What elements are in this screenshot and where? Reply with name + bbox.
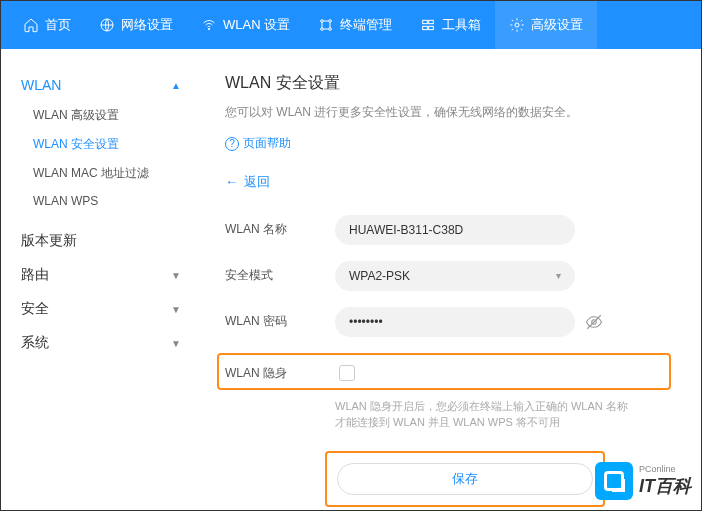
watermark-icon [595, 462, 633, 500]
question-icon: ? [225, 137, 239, 151]
sidebar-item-wlan-wps[interactable]: WLAN WPS [21, 188, 201, 214]
chevron-down-icon: ▼ [171, 304, 181, 315]
sidebar-item-wlan-advanced[interactable]: WLAN 高级设置 [21, 101, 201, 130]
wifi-icon [201, 17, 217, 33]
nav-label: 首页 [45, 16, 71, 34]
back-link[interactable]: ← 返回 [225, 173, 270, 191]
sidebar-group-label: WLAN [21, 77, 61, 93]
home-icon [23, 17, 39, 33]
chevron-down-icon: ▼ [171, 270, 181, 281]
nav-wlan[interactable]: WLAN 设置 [187, 1, 304, 49]
arrow-left-icon: ← [225, 174, 238, 189]
gear-icon [509, 17, 525, 33]
wlan-hide-hint: WLAN 隐身开启后，您必须在终端上输入正确的 WLAN 名称才能连接到 WLA… [335, 398, 635, 431]
top-navigation: 首页 网络设置 WLAN 设置 终端管理 工具箱 高级设置 [1, 1, 701, 49]
svg-point-2 [321, 20, 324, 23]
wlan-hide-checkbox[interactable] [339, 365, 355, 381]
page-description: 您可以对 WLAN 进行更多安全性设置，确保无线网络的数据安全。 [225, 104, 671, 121]
eye-off-icon[interactable] [585, 313, 603, 335]
sidebar-group-update[interactable]: 版本更新 [21, 224, 201, 258]
nav-home[interactable]: 首页 [9, 1, 85, 49]
nav-label: 高级设置 [531, 16, 583, 34]
svg-point-5 [329, 28, 332, 31]
save-highlight: 保存 [325, 451, 605, 507]
main-content: WLAN 安全设置 您可以对 WLAN 进行更多安全性设置，确保无线网络的数据安… [201, 49, 701, 510]
svg-rect-7 [429, 20, 434, 23]
chevron-up-icon: ▲ [171, 80, 181, 91]
security-mode-value: WPA2-PSK [349, 269, 410, 283]
wlan-name-input[interactable] [335, 215, 575, 245]
sidebar-group-label: 版本更新 [21, 232, 77, 250]
sidebar-group-routing[interactable]: 路由 ▼ [21, 258, 201, 292]
svg-rect-8 [423, 26, 428, 29]
toolbox-icon [420, 17, 436, 33]
help-link[interactable]: ? 页面帮助 [225, 135, 291, 152]
svg-rect-9 [429, 26, 434, 29]
svg-point-10 [515, 23, 519, 27]
nav-advanced[interactable]: 高级设置 [495, 1, 597, 49]
wlan-hide-highlight: WLAN 隐身 [217, 353, 671, 390]
wlan-password-input[interactable] [335, 307, 575, 337]
nav-label: 工具箱 [442, 16, 481, 34]
globe-icon [99, 17, 115, 33]
chevron-down-icon: ▾ [556, 270, 561, 281]
back-link-label: 返回 [244, 173, 270, 191]
watermark: PConline IT百科 [595, 462, 691, 500]
watermark-sub: PConline [639, 464, 691, 474]
svg-rect-6 [423, 20, 428, 23]
sidebar-item-wlan-mac[interactable]: WLAN MAC 地址过滤 [21, 159, 201, 188]
watermark-main: IT百科 [639, 476, 691, 496]
sidebar-group-wlan[interactable]: WLAN ▲ [21, 69, 201, 101]
sidebar-item-wlan-security[interactable]: WLAN 安全设置 [21, 130, 201, 159]
wlan-hide-label: WLAN 隐身 [225, 365, 335, 382]
page-title: WLAN 安全设置 [225, 73, 671, 94]
sidebar-group-label: 安全 [21, 300, 49, 318]
security-mode-select[interactable]: WPA2-PSK ▾ [335, 261, 575, 291]
svg-point-4 [321, 28, 324, 31]
sidebar-group-system[interactable]: 系统 ▼ [21, 326, 201, 360]
svg-point-3 [329, 20, 332, 23]
save-button[interactable]: 保存 [337, 463, 593, 495]
devices-icon [318, 17, 334, 33]
svg-point-1 [208, 28, 209, 29]
nav-network[interactable]: 网络设置 [85, 1, 187, 49]
nav-label: 终端管理 [340, 16, 392, 34]
nav-label: WLAN 设置 [223, 16, 290, 34]
nav-label: 网络设置 [121, 16, 173, 34]
help-link-label: 页面帮助 [243, 135, 291, 152]
sidebar-group-security[interactable]: 安全 ▼ [21, 292, 201, 326]
nav-toolbox[interactable]: 工具箱 [406, 1, 495, 49]
wlan-password-label: WLAN 密码 [225, 313, 335, 330]
sidebar-group-label: 路由 [21, 266, 49, 284]
wlan-name-label: WLAN 名称 [225, 221, 335, 238]
security-mode-label: 安全模式 [225, 267, 335, 284]
sidebar-group-label: 系统 [21, 334, 49, 352]
nav-terminal[interactable]: 终端管理 [304, 1, 406, 49]
sidebar: WLAN ▲ WLAN 高级设置 WLAN 安全设置 WLAN MAC 地址过滤… [1, 49, 201, 510]
chevron-down-icon: ▼ [171, 338, 181, 349]
